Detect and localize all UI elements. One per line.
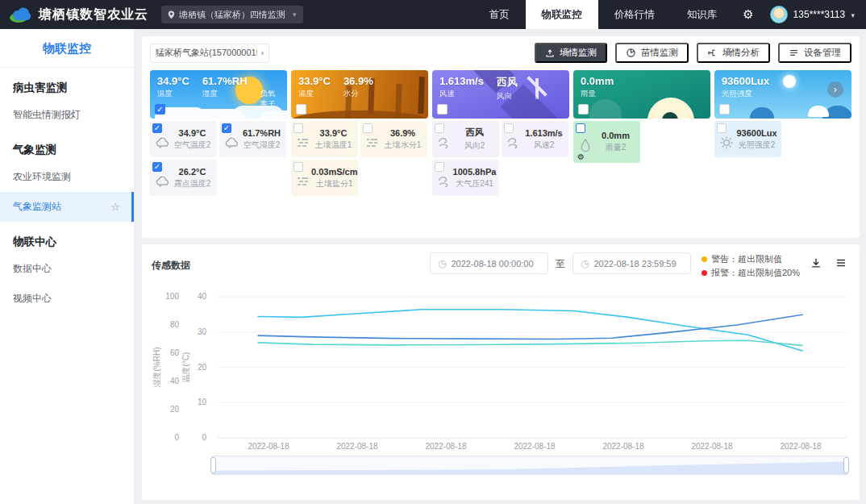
top-navbar: 塘栖镇数智农业云 塘栖镇（猛家桥）四情监测 ▾ 首页 物联监控 价格行情 知识库…	[0, 0, 866, 29]
sensor-tile[interactable]: 36.9%土壤水分1	[360, 121, 427, 157]
card-wind[interactable]: 1.613m/s风速 西风风向	[432, 70, 569, 119]
tile-checkbox[interactable]	[152, 123, 162, 133]
button-label: 墒情分析	[722, 47, 760, 59]
chart-title: 传感数据	[152, 259, 190, 273]
soil-layers-icon	[295, 135, 311, 151]
sidebar-section-weather: 气象监测	[0, 130, 134, 162]
card-checkbox[interactable]	[296, 104, 306, 115]
card-soil[interactable]: 33.9°C温度 36.9%水分	[291, 70, 428, 119]
gear-icon[interactable]: ⚙	[733, 7, 763, 22]
user-phone-label: 135****3113	[793, 9, 846, 20]
tile-group-soil: 33.9°C土壤温度1 36.9%土壤水分1 0.03mS/cm土壤盐分1	[291, 121, 428, 196]
svg-text:40: 40	[170, 377, 180, 385]
tile-checkbox[interactable]	[576, 123, 585, 133]
sensor-tile[interactable]: 34.9°C空气温度2	[150, 121, 217, 157]
tile-checkbox[interactable]	[435, 123, 444, 133]
tile-checkbox[interactable]	[152, 162, 162, 172]
tile-gear-icon[interactable]: ⚙	[577, 152, 585, 161]
soil-moisture-monitor-button[interactable]: 墒情监测	[535, 43, 607, 63]
sensor-tile[interactable]: 33.9°C土壤温度1	[291, 121, 358, 157]
seedling-monitor-button[interactable]: 苗情监测	[615, 43, 689, 63]
card-rain[interactable]: 0.0mm雨量	[573, 70, 710, 119]
tile-checkbox[interactable]	[294, 162, 303, 172]
sidebar-item-insect-lamp[interactable]: 智能虫情测报灯	[0, 100, 134, 130]
svg-text:60: 60	[170, 348, 180, 357]
wind-icon	[436, 173, 452, 190]
download-button[interactable]	[807, 254, 825, 274]
star-icon[interactable]: ☆	[110, 201, 120, 213]
app-logo-icon	[8, 6, 32, 23]
tile-checkbox[interactable]	[294, 123, 303, 133]
datazoom-slider[interactable]	[211, 456, 848, 475]
tile-checkbox[interactable]	[435, 162, 444, 172]
card-checkbox[interactable]	[578, 104, 589, 115]
tile-checkbox[interactable]	[717, 123, 727, 133]
sidebar-item-weather-station[interactable]: 气象监测站 ☆	[0, 192, 134, 222]
svg-text:30: 30	[198, 327, 207, 336]
svg-text:40: 40	[198, 292, 207, 301]
metric: 61.7%RH湿度	[202, 75, 248, 110]
threshold-legend: 警告：超出限制值 报警：超出限制值20%	[702, 252, 800, 280]
moisture-analysis-button[interactable]: 墒情分析	[697, 43, 770, 63]
legend-alarm: 报警：超出限制值20%	[702, 266, 800, 280]
card-air[interactable]: 34.9°C温度 61.7%RH湿度 负氧离子	[150, 70, 287, 119]
svg-text:温度(°C): 温度(°C)	[181, 352, 190, 383]
location-selector[interactable]: 塘栖镇（猛家桥）四情监测 ▾	[161, 6, 303, 23]
soil-layers-icon	[295, 173, 311, 190]
tile-checkbox[interactable]	[363, 123, 373, 133]
share-nodes-icon	[707, 48, 718, 58]
svg-text:20: 20	[170, 405, 180, 414]
cloud-icon	[154, 135, 170, 151]
datazoom-handle-left[interactable]	[210, 457, 216, 473]
sensor-tile[interactable]: 93600Lux光照强度2	[714, 121, 781, 157]
upload-icon	[545, 48, 555, 58]
date-to-value: 2022-08-18 23:59:59	[593, 259, 676, 269]
main-content: 猛家桥气象站(1570000015685 ▾ 墒情监测 苗情监测 墒情分析	[135, 29, 866, 504]
sensor-tile[interactable]: 1.613m/s风速2	[502, 121, 568, 157]
sidebar-item-video-center[interactable]: 视频中心	[0, 284, 134, 314]
nav-item-iot-monitoring[interactable]: 物联监控	[526, 0, 598, 29]
svg-text:2022-08-18: 2022-08-18	[780, 442, 822, 451]
svg-text:100: 100	[165, 292, 179, 301]
date-to-input[interactable]: ◷ 2022-08-18 23:59:59	[572, 252, 691, 274]
nav-item-price-market[interactable]: 价格行情	[598, 0, 671, 29]
station-select[interactable]: 猛家桥气象站(1570000015685 ▾	[150, 44, 269, 63]
nav-menu: 首页 物联监控 价格行情 知识库 ⚙ 135****3113 ▾	[473, 0, 866, 29]
sensor-tile[interactable]: 26.2°C露点温度2	[150, 160, 217, 196]
sidebar-item-agri-env[interactable]: 农业环境监测	[0, 162, 134, 192]
nav-item-home[interactable]: 首页	[473, 0, 526, 29]
clock-icon: ◷	[438, 258, 446, 269]
card-checkbox[interactable]	[155, 104, 165, 115]
sensor-tile[interactable]: 西风风向2	[432, 121, 499, 157]
warning-dot-icon	[702, 256, 707, 262]
sensor-tile[interactable]: 0.03mS/cm土壤盐分1	[291, 160, 358, 196]
button-label: 墒情监测	[560, 47, 597, 59]
soil-layers-icon	[364, 135, 381, 151]
sensor-tile[interactable]: 0.0mm雨量2 ⚙	[573, 121, 640, 163]
location-selector-value: 塘栖镇（猛家桥）四情监测	[179, 9, 285, 21]
date-from-input[interactable]: ◷ 2022-08-18 00:00:00	[430, 252, 548, 274]
svg-text:20: 20	[198, 363, 207, 372]
avatar[interactable]	[770, 6, 788, 23]
sensor-tile[interactable]: 1005.8hPa大气压241	[432, 160, 499, 196]
sidebar-item-data-center[interactable]: 数据中心	[0, 254, 134, 284]
datazoom-handle-right[interactable]	[843, 457, 849, 473]
card-checkbox[interactable]	[437, 104, 448, 115]
weather-cards: 34.9°C温度 61.7%RH湿度 负氧离子 33.9°C温度 36.9%水分…	[150, 70, 851, 119]
nav-item-knowledge-base[interactable]: 知识库	[671, 0, 734, 29]
data-list-button[interactable]	[832, 254, 850, 274]
sensor-line-chart[interactable]: 020406080100010203040湿度(%RH)温度(°C)2022-0…	[142, 289, 860, 456]
sun-icon	[718, 135, 735, 151]
svg-text:80: 80	[170, 320, 180, 329]
carousel-next-icon[interactable]: ›	[827, 81, 843, 98]
user-phone[interactable]: 135****3113 ▾	[793, 9, 855, 20]
device-manage-button[interactable]: 设备管理	[778, 43, 851, 63]
tile-checkbox[interactable]	[504, 123, 514, 133]
card-checkbox[interactable]	[719, 104, 730, 115]
tile-checkbox[interactable]	[222, 123, 231, 133]
svg-text:湿度(%RH): 湿度(%RH)	[152, 348, 161, 388]
svg-text:0: 0	[174, 433, 179, 442]
tile-group-air: 34.9°C空气温度2 61.7%RH空气湿度2 26.2°C露点温度2	[150, 121, 287, 196]
metric: 1.613m/s风速	[439, 75, 484, 102]
sensor-tile[interactable]: 61.7%RH空气湿度2	[219, 121, 286, 157]
